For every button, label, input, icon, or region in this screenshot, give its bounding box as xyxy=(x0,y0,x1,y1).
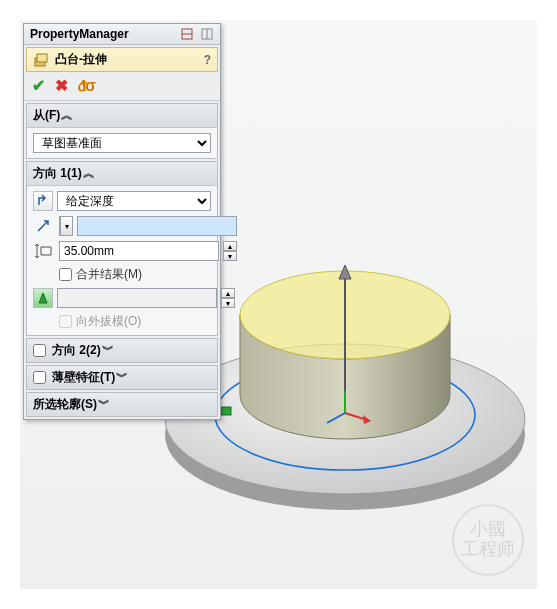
draft-spin-up[interactable]: ▲ xyxy=(221,288,235,298)
reverse-direction-button[interactable] xyxy=(33,191,53,211)
watermark: 小國 工程师 xyxy=(452,504,524,576)
svg-rect-16 xyxy=(37,54,47,62)
merge-result-checkbox[interactable] xyxy=(59,268,72,281)
direction-color-swatch[interactable]: ▾ xyxy=(59,216,73,236)
draft-outward-row: 向外拔模(O) xyxy=(33,313,211,330)
end-condition-select[interactable]: 给定深度 xyxy=(57,191,211,211)
from-start-select[interactable]: 草图基准面 xyxy=(33,133,211,153)
property-manager-panel: PropertyManager 凸台-拉伸 ? ✔ ✖ ᵭσ 从(F xyxy=(23,23,221,420)
thin-enable-checkbox[interactable] xyxy=(33,371,46,384)
depth-input[interactable] xyxy=(59,241,219,261)
chevron-down-icon: ︾ xyxy=(115,369,129,386)
group-contours: 所选轮廓(S) ︾ xyxy=(26,392,218,417)
depth-spin-down[interactable]: ▼ xyxy=(223,251,237,261)
group-direction1: 方向 1(1) ︽ 给定深度 xyxy=(26,161,218,336)
group-direction1-label: 方向 1(1) xyxy=(33,165,82,182)
feature-help-icon[interactable]: ? xyxy=(204,53,211,67)
draft-toggle-button[interactable] xyxy=(33,288,53,308)
pm-header: PropertyManager xyxy=(24,24,220,45)
group-from-header[interactable]: 从(F) ︽ xyxy=(27,104,217,128)
group-thin-header[interactable]: 薄壁特征(T) ︾ xyxy=(27,366,217,389)
depth-spin-up[interactable]: ▲ xyxy=(223,241,237,251)
help-icon[interactable] xyxy=(200,27,214,41)
group-contours-label: 所选轮廓(S) xyxy=(33,396,97,413)
depth-icon xyxy=(33,241,55,261)
direction-ref-input[interactable] xyxy=(77,216,237,236)
svg-rect-10 xyxy=(221,407,231,415)
group-thin-label: 薄壁特征(T) xyxy=(52,369,115,386)
direction2-enable-checkbox[interactable] xyxy=(33,344,46,357)
chevron-down-icon: ︾ xyxy=(101,342,115,359)
pm-title: PropertyManager xyxy=(30,27,129,41)
group-direction2-label: 方向 2(2) xyxy=(52,342,101,359)
detailed-preview-button[interactable]: ᵭσ xyxy=(78,78,95,94)
pin-icon[interactable] xyxy=(180,27,194,41)
action-row: ✔ ✖ ᵭσ xyxy=(24,74,220,101)
group-thin: 薄壁特征(T) ︾ xyxy=(26,365,218,390)
merge-result-row: 合并结果(M) xyxy=(33,266,211,283)
group-direction1-header[interactable]: 方向 1(1) ︽ xyxy=(27,162,217,186)
feature-title-text: 凸台-拉伸 xyxy=(55,51,107,68)
cancel-button[interactable]: ✖ xyxy=(55,78,68,94)
extrude-boss-icon xyxy=(33,52,49,68)
direction-arrow-icon xyxy=(33,216,55,236)
merge-result-label: 合并结果(M) xyxy=(76,266,142,283)
feature-title-bar: 凸台-拉伸 ? xyxy=(26,47,218,72)
chevron-down-icon[interactable]: ▾ xyxy=(60,217,72,235)
draft-angle-input[interactable] xyxy=(57,288,217,308)
group-from: 从(F) ︽ 草图基准面 xyxy=(26,103,218,159)
group-direction2-header[interactable]: 方向 2(2) ︾ xyxy=(27,339,217,362)
group-from-label: 从(F) xyxy=(33,107,60,124)
group-contours-header[interactable]: 所选轮廓(S) ︾ xyxy=(27,393,217,416)
draft-outward-label: 向外拔模(O) xyxy=(76,313,141,330)
chevron-down-icon: ︾ xyxy=(97,396,111,413)
group-direction2: 方向 2(2) ︾ xyxy=(26,338,218,363)
draft-outward-checkbox xyxy=(59,315,72,328)
chevron-up-icon: ︽ xyxy=(82,165,96,182)
ok-button[interactable]: ✔ xyxy=(32,78,45,94)
draft-spin-down[interactable]: ▼ xyxy=(221,298,235,308)
chevron-up-icon: ︽ xyxy=(60,107,74,124)
